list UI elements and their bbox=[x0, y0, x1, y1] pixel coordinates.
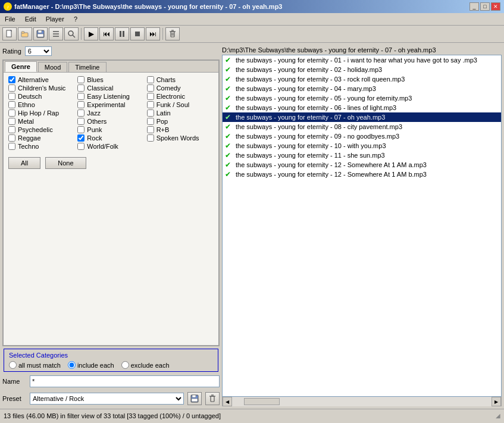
genre-latin[interactable]: Latin bbox=[147, 109, 214, 117]
genre-classical[interactable]: Classical bbox=[77, 84, 144, 92]
genre-funk-soul[interactable]: Funk / Soul bbox=[147, 101, 214, 108]
preset-select[interactable]: Alternative / Rock bbox=[30, 393, 184, 405]
genre-psychedelic[interactable]: Psychedelic bbox=[8, 126, 75, 133]
preset-row: Preset Alternative / Rock bbox=[2, 391, 220, 406]
play-button[interactable]: ▶ bbox=[84, 27, 98, 40]
menu-player[interactable]: Player bbox=[43, 14, 67, 24]
check-icon: ✔ bbox=[225, 104, 233, 112]
genre-rnb[interactable]: R+B bbox=[147, 126, 214, 133]
scroll-track[interactable] bbox=[232, 397, 492, 406]
delete-button[interactable] bbox=[165, 27, 180, 40]
tab-timeline[interactable]: Timeline bbox=[68, 62, 106, 72]
file-list[interactable]: ✔the subways - young for eternity - 01 -… bbox=[222, 55, 502, 397]
svg-rect-11 bbox=[120, 31, 121, 37]
menu-file[interactable]: File bbox=[2, 14, 18, 24]
genre-techno[interactable]: Techno bbox=[8, 143, 75, 150]
file-name: the subways - young for eternity - 10 - … bbox=[236, 142, 386, 149]
svg-rect-21 bbox=[192, 399, 198, 402]
tab-genre[interactable]: Genre bbox=[5, 61, 37, 72]
search-button[interactable] bbox=[64, 27, 79, 40]
file-item[interactable]: ✔the subways - young for eternity - 10 -… bbox=[223, 141, 501, 151]
genre-spoken-words[interactable]: Spoken Words bbox=[147, 134, 214, 142]
radio-include-each[interactable]: include each bbox=[68, 361, 114, 369]
file-item[interactable]: ✔the subways - young for eternity - 07 -… bbox=[223, 112, 501, 122]
file-item[interactable]: ✔the subways - young for eternity - 06 -… bbox=[223, 103, 501, 112]
maximize-button[interactable]: □ bbox=[480, 2, 490, 11]
genre-metal[interactable]: Metal bbox=[8, 118, 75, 125]
preset-delete-button[interactable] bbox=[205, 392, 220, 405]
minimize-button[interactable]: _ bbox=[469, 2, 479, 11]
genre-rock[interactable]: Rock bbox=[77, 134, 144, 142]
file-item[interactable]: ✔the subways - young for eternity - 01 -… bbox=[223, 55, 501, 65]
file-item[interactable]: ✔the subways - young for eternity - 08 -… bbox=[223, 122, 501, 131]
genre-deutsch[interactable]: Deutsch bbox=[8, 93, 75, 100]
svg-rect-20 bbox=[192, 395, 196, 397]
file-item[interactable]: ✔the subways - young for eternity - 03 -… bbox=[223, 74, 501, 84]
horizontal-scrollbar[interactable]: ◀ ▶ bbox=[222, 397, 502, 406]
none-button[interactable]: None bbox=[45, 157, 86, 169]
svg-rect-13 bbox=[135, 32, 140, 36]
file-name: the subways - young for eternity - 05 - … bbox=[236, 95, 412, 102]
all-button[interactable]: All bbox=[8, 157, 40, 169]
genre-comedy[interactable]: Comedy bbox=[147, 84, 214, 92]
file-item[interactable]: ✔the subways - young for eternity - 04 -… bbox=[223, 84, 501, 93]
genre-ethno[interactable]: Ethno bbox=[8, 101, 75, 108]
genre-easy-listening[interactable]: Easy Listening bbox=[77, 93, 144, 100]
file-item[interactable]: ✔the subways - young for eternity - 12 -… bbox=[223, 160, 501, 170]
name-input[interactable] bbox=[30, 375, 220, 387]
genre-blues[interactable]: Blues bbox=[77, 76, 144, 83]
file-item[interactable]: ✔the subways - young for eternity - 02 -… bbox=[223, 65, 501, 74]
menu-edit[interactable]: Edit bbox=[23, 14, 39, 24]
title-text: fatManager - D:\mp3\The Subways\the subw… bbox=[14, 3, 282, 10]
tab-mood[interactable]: Mood bbox=[38, 62, 68, 72]
check-icon: ✔ bbox=[225, 151, 233, 159]
file-name: the subways - young for eternity - 01 - … bbox=[236, 57, 477, 64]
file-name: the subways - young for eternity - 02 - … bbox=[236, 66, 382, 73]
genre-experimental[interactable]: Experimental bbox=[77, 101, 144, 108]
rating-select[interactable]: 6 12345 678910 bbox=[25, 46, 52, 56]
preset-label: Preset bbox=[2, 395, 26, 402]
check-icon: ✔ bbox=[225, 161, 233, 169]
radio-all-must-match[interactable]: all must match bbox=[9, 361, 61, 369]
genre-punk[interactable]: Punk bbox=[77, 126, 144, 133]
file-name: the subways - young for eternity - 03 - … bbox=[236, 76, 405, 83]
radio-exclude-each[interactable]: exclude each bbox=[121, 361, 170, 369]
file-item[interactable]: ✔the subways - young for eternity - 09 -… bbox=[223, 131, 501, 141]
file-item[interactable]: ✔the subways - young for eternity - 12 -… bbox=[223, 170, 501, 179]
list-button[interactable] bbox=[49, 27, 63, 40]
preset-save-button[interactable] bbox=[187, 392, 202, 405]
file-item[interactable]: ✔the subways - young for eternity - 11 -… bbox=[223, 151, 501, 160]
genre-pop[interactable]: Pop bbox=[147, 118, 214, 125]
toolbar: ▶ ⏮ ⏭ bbox=[0, 26, 504, 43]
prev-button[interactable]: ⏮ bbox=[99, 27, 114, 40]
left-panel: Rating 6 12345 678910 Genre Mood Timelin… bbox=[2, 45, 220, 406]
scroll-left-arrow[interactable]: ◀ bbox=[223, 397, 232, 406]
pause-button[interactable] bbox=[115, 27, 129, 40]
genre-electronic[interactable]: Electronic bbox=[147, 93, 214, 100]
selected-categories-title: Selected Categories bbox=[9, 352, 213, 359]
check-icon: ✔ bbox=[225, 123, 233, 131]
status-bar: 13 files (46.00 MB) in filter view of 33… bbox=[0, 409, 504, 422]
genre-charts[interactable]: Charts bbox=[147, 76, 214, 83]
title-bar: ♪ fatManager - D:\mp3\The Subways\the su… bbox=[0, 0, 504, 13]
open-button[interactable] bbox=[18, 27, 32, 40]
file-item[interactable]: ✔the subways - young for eternity - 05 -… bbox=[223, 93, 501, 103]
scroll-right-arrow[interactable]: ▶ bbox=[492, 397, 501, 406]
save-button[interactable] bbox=[33, 27, 48, 40]
genre-hiphop-rap[interactable]: Hip Hop / Rap bbox=[8, 109, 75, 117]
genre-worldfolk[interactable]: World/Folk bbox=[77, 143, 144, 150]
new-button[interactable] bbox=[2, 27, 17, 40]
close-button[interactable]: ✕ bbox=[491, 2, 500, 11]
check-icon: ✔ bbox=[225, 94, 233, 102]
genre-reggae[interactable]: Reggae bbox=[8, 134, 75, 142]
scroll-thumb[interactable] bbox=[244, 398, 280, 405]
genre-childrens-music[interactable]: Children's Music bbox=[8, 84, 75, 92]
next-button[interactable]: ⏭ bbox=[146, 27, 160, 40]
menu-help[interactable]: ? bbox=[71, 14, 80, 24]
selected-categories-box: Selected Categories all must match inclu… bbox=[4, 349, 218, 372]
genre-jazz[interactable]: Jazz bbox=[77, 109, 144, 117]
genre-alternative[interactable]: Alternative bbox=[8, 76, 75, 83]
genre-others[interactable]: Others bbox=[77, 118, 144, 125]
file-name: the subways - young for eternity - 12 - … bbox=[236, 171, 427, 178]
stop-button[interactable] bbox=[130, 27, 145, 40]
